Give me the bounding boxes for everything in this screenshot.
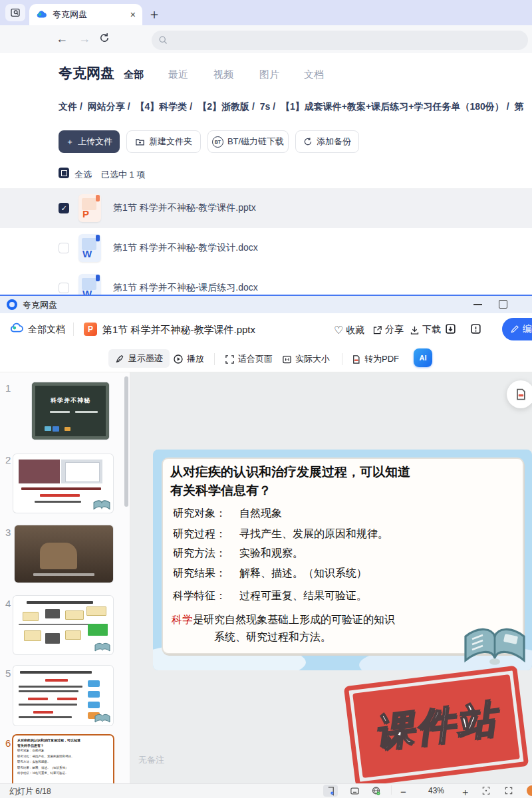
slide-thumbnail-2[interactable] bbox=[13, 454, 113, 513]
crumb[interactable]: 【4】科学类 bbox=[136, 101, 188, 112]
play-icon bbox=[173, 354, 184, 364]
book-icon bbox=[463, 625, 527, 666]
notes-icon bbox=[350, 786, 360, 796]
pptx-badge-icon: P bbox=[84, 323, 97, 336]
crumb-current: 第 bbox=[515, 101, 524, 112]
select-all-checkbox[interactable] bbox=[59, 168, 69, 178]
thumbnail-scrollbar[interactable] bbox=[124, 376, 128, 507]
row-checkbox[interactable] bbox=[59, 283, 69, 293]
crumb-sep: / bbox=[273, 101, 275, 112]
file-row[interactable]: W 第1节 科学并不神秘-教学设计.docx bbox=[0, 228, 532, 268]
tab-doc[interactable]: 文档 bbox=[304, 68, 324, 81]
page-title: 夸克网盘 bbox=[59, 64, 114, 82]
show-ink-label: 显示墨迹 bbox=[128, 352, 163, 364]
convert-pdf-button[interactable]: 转为PDF bbox=[351, 350, 399, 368]
all-docs-link[interactable]: 全部文档 bbox=[28, 324, 65, 336]
upload-button[interactable]: ＋ 上传文件 bbox=[59, 130, 120, 153]
folder-plus-icon bbox=[135, 137, 145, 147]
new-tab-button[interactable]: ＋ bbox=[148, 5, 161, 23]
play-button[interactable]: 播放 bbox=[173, 350, 204, 368]
slide-summary: 科学是研究自然现象基础上形成的可验证的知识 bbox=[172, 613, 395, 627]
no-notes-label: 无备注 bbox=[138, 754, 164, 766]
crumb-sep: / bbox=[80, 101, 82, 112]
browser-sidebar-button[interactable] bbox=[5, 4, 25, 21]
browser-tab[interactable]: 夸克网盘 × bbox=[29, 4, 142, 25]
slide-number: 5 bbox=[5, 668, 11, 679]
file-name[interactable]: 第1节 科学并不神秘-教学课件.pptx bbox=[113, 202, 256, 214]
tab-recent[interactable]: 最近 bbox=[168, 68, 188, 81]
download-icon bbox=[410, 325, 420, 335]
favorite-button[interactable]: ♡ 收藏 bbox=[334, 324, 364, 336]
fit-page-label: 适合页面 bbox=[238, 353, 273, 365]
save-to-drive-button[interactable] bbox=[444, 323, 457, 338]
actual-size-button[interactable]: 实际大小 bbox=[282, 350, 330, 368]
search-input[interactable] bbox=[152, 31, 528, 50]
row-checkbox-checked[interactable]: ✓ bbox=[59, 203, 69, 213]
file-row[interactable]: ✓ P 第1节 科学并不神秘-教学课件.pptx bbox=[0, 188, 532, 228]
tab-close-icon[interactable]: × bbox=[130, 9, 136, 20]
crumb-sep: / bbox=[252, 101, 255, 112]
slide-row: 研究结果：解释、描述。（知识系统） bbox=[173, 567, 367, 581]
slide-thumbnail-1[interactable]: 科学并不神秘 bbox=[32, 382, 109, 440]
fit-page-button[interactable]: 适合页面 bbox=[225, 350, 273, 368]
fullscreen-button[interactable] bbox=[501, 785, 516, 797]
thumbnail-panel-toggle[interactable] bbox=[323, 785, 338, 797]
convert-pdf-label: 转为PDF bbox=[364, 353, 399, 365]
slide-thumbnail-6-active[interactable]: 从对疟疾的认识和治疗发展过程，可以知道 有关科学信息有？ 研究对象：自然现象 研… bbox=[13, 735, 113, 783]
quark-cloud-favicon bbox=[36, 9, 47, 21]
add-backup-label: 添加备份 bbox=[317, 136, 351, 148]
crumb[interactable]: 文件 bbox=[59, 101, 77, 112]
crumb-sep: / bbox=[128, 101, 130, 112]
zoom-in-button[interactable]: ＋ bbox=[460, 786, 470, 798]
share-button[interactable]: 分享 bbox=[372, 324, 404, 336]
crumb-sep: / bbox=[507, 101, 509, 112]
back-icon[interactable]: ← bbox=[56, 32, 68, 46]
zoom-out-button[interactable]: − bbox=[400, 786, 406, 797]
minimize-button[interactable] bbox=[473, 304, 482, 305]
slide-row: 科学特征：过程可重复、结果可验证。 bbox=[173, 589, 367, 603]
refresh-icon[interactable] bbox=[98, 32, 110, 47]
edit-button[interactable]: 编辑 bbox=[502, 318, 532, 340]
slide-row: 研究方法：实验和观察。 bbox=[173, 547, 303, 561]
fit-view-button[interactable] bbox=[479, 785, 493, 797]
add-backup-button[interactable]: 添加备份 bbox=[295, 130, 359, 153]
slide-number: 1 bbox=[5, 382, 11, 394]
breadcrumb: 文件/ 网站分享/ 【4】科学类/ 【2】浙教版/ 7s/ 【1】成套课件+教案… bbox=[59, 101, 532, 113]
select-all-label[interactable]: 全选 bbox=[74, 169, 92, 181]
slide-thumbnail-5[interactable] bbox=[13, 666, 113, 726]
file-name[interactable]: 第1节 科学并不神秘-课后练习.docx bbox=[113, 282, 258, 294]
slide-counter: 幻灯片 6/18 bbox=[9, 786, 51, 797]
feedback-button[interactable] bbox=[469, 323, 482, 338]
notes-toggle[interactable] bbox=[347, 785, 362, 797]
new-folder-button[interactable]: 新建文件夹 bbox=[126, 130, 201, 153]
download-label: 下载 bbox=[422, 324, 441, 336]
tab-all[interactable]: 全部 bbox=[124, 68, 144, 81]
bt-download-button[interactable]: BT BT/磁力链下载 bbox=[207, 130, 289, 153]
row-checkbox[interactable] bbox=[59, 243, 69, 253]
crumb[interactable]: 7s bbox=[260, 101, 271, 112]
viewer-titlebar bbox=[0, 296, 532, 313]
maximize-button[interactable] bbox=[499, 300, 507, 309]
file-name[interactable]: 第1节 科学并不神秘-教学设计.docx bbox=[113, 242, 258, 254]
show-ink-toggle[interactable]: 显示墨迹 bbox=[108, 349, 170, 368]
language-globe-button[interactable] bbox=[368, 785, 383, 797]
floating-export-button[interactable] bbox=[507, 380, 532, 408]
slide-thumbnail-3[interactable] bbox=[15, 525, 113, 583]
status-bar bbox=[0, 783, 532, 798]
ai-assistant-button[interactable]: AI bbox=[414, 348, 432, 367]
share-label: 分享 bbox=[385, 324, 404, 336]
crumb[interactable]: 网站分享 bbox=[88, 101, 125, 112]
download-button[interactable]: 下载 bbox=[410, 324, 441, 336]
book-icon bbox=[94, 714, 110, 724]
crumb[interactable]: 【1】成套课件+教案+课后练习+学习任务单（180份） bbox=[281, 101, 504, 112]
forward-icon[interactable]: → bbox=[78, 32, 90, 46]
tab-image[interactable]: 图片 bbox=[259, 68, 279, 81]
book-icon bbox=[94, 642, 110, 652]
slide-thumbnail-4[interactable] bbox=[13, 596, 113, 654]
ink-pen-icon bbox=[115, 354, 125, 364]
tab-video[interactable]: 视频 bbox=[213, 68, 233, 81]
chalkboard-art: 科学并不神秘 bbox=[32, 382, 109, 440]
crumb[interactable]: 【2】浙教版 bbox=[198, 101, 249, 112]
selected-count-label: 已选中 1 项 bbox=[101, 169, 145, 181]
thumb1-title: 科学并不神秘 bbox=[35, 396, 106, 405]
